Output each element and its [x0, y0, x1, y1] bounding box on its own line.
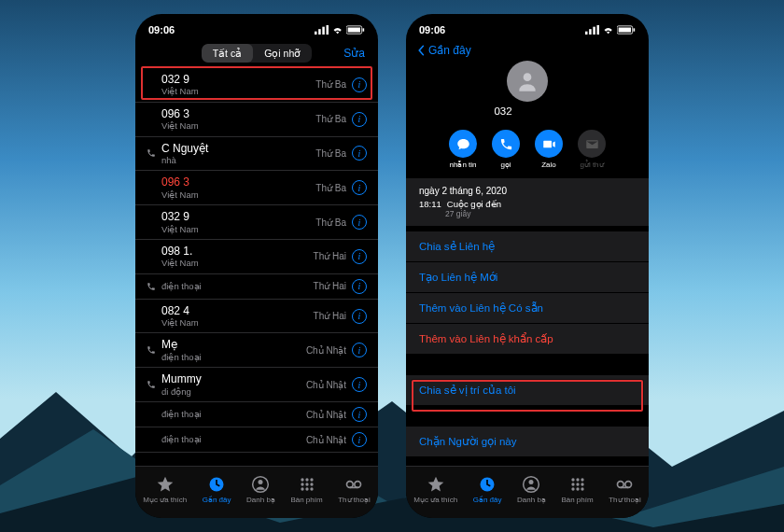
svg-point-42 — [571, 487, 574, 490]
table-row[interactable]: 096 3Việt NamThứ Bai — [135, 171, 378, 205]
table-row[interactable]: điện thoạiChủ Nhậti — [135, 402, 378, 427]
row-time: Thứ Ba — [315, 217, 346, 228]
wifi-icon — [331, 25, 343, 35]
row-title: 032 9 — [161, 210, 315, 223]
battery-icon — [346, 25, 365, 35]
svg-point-21 — [310, 487, 313, 490]
battery-icon — [617, 25, 636, 35]
recents-list[interactable]: 032 9Việt NamThứ Bai096 3Việt NamThứ Bai… — [135, 68, 378, 466]
info-button[interactable]: i — [352, 180, 367, 195]
row-sub: nhà — [161, 155, 315, 165]
svg-point-45 — [618, 482, 624, 488]
table-row[interactable]: Mẹđiện thoạiChủ Nhậti — [135, 333, 378, 368]
row-time: Chủ Nhật — [306, 435, 346, 445]
info-button[interactable]: i — [352, 77, 367, 92]
table-row[interactable]: 032 9Việt NamThứ Bai — [135, 205, 378, 240]
row-sub: Việt Nam — [161, 86, 315, 96]
svg-point-39 — [571, 483, 574, 485]
segment-missed[interactable]: Gọi nhỡ — [253, 44, 312, 63]
svg-point-43 — [576, 487, 579, 490]
row-sub: Việt Nam — [161, 189, 315, 200]
tab-favorites[interactable]: Mục ưa thích — [413, 475, 457, 504]
tab-keypad[interactable]: Bàn phím — [290, 475, 322, 504]
edit-button[interactable]: Sửa — [343, 47, 365, 60]
row-time: Thứ Hai — [314, 251, 346, 261]
row-time: Chủ Nhật — [306, 345, 346, 356]
table-row[interactable]: 082 4Việt NamThứ Haii — [135, 300, 378, 334]
incoming-icon — [145, 148, 158, 158]
svg-rect-30 — [619, 28, 631, 33]
svg-marker-0 — [0, 383, 784, 532]
table-row[interactable]: 098 1.Việt NamThứ Haii — [135, 240, 378, 274]
info-button[interactable]: i — [352, 215, 367, 230]
table-row[interactable]: C NguyệtnhàThứ Bai — [135, 137, 378, 172]
phone-icon — [499, 137, 513, 151]
svg-rect-8 — [348, 28, 360, 33]
tab-contacts[interactable]: Danh bạ — [517, 475, 546, 504]
segmented-control[interactable]: Tất cả Gọi nhỡ — [202, 44, 313, 63]
tab-keypad[interactable]: Bàn phím — [561, 475, 593, 504]
table-row[interactable]: Mummydi độngChủ Nhậti — [135, 368, 378, 402]
svg-point-23 — [355, 482, 361, 488]
row-title: C Nguyệt — [161, 142, 315, 155]
share-contact-button[interactable]: Chia sẻ Liên hệ — [406, 231, 649, 262]
tab-recents[interactable]: Gần đây — [473, 475, 502, 504]
message-button[interactable]: nhắn tin — [449, 130, 477, 169]
row-time: Thứ Ba — [315, 148, 346, 159]
tab-voicemail[interactable]: Thư thoại — [338, 475, 370, 504]
status-time: 09:06 — [148, 24, 175, 35]
segment-all[interactable]: Tất cả — [202, 44, 254, 63]
row-sub: điện thoại — [161, 434, 306, 444]
table-row[interactable]: điện thoạiChủ Nhậti — [135, 427, 378, 453]
svg-point-22 — [347, 482, 354, 488]
tab-voicemail[interactable]: Thư thoại — [609, 475, 640, 504]
row-time: Chủ Nhật — [306, 410, 346, 420]
call-button[interactable]: gọi — [492, 130, 520, 169]
info-button[interactable]: i — [352, 112, 367, 127]
info-button[interactable]: i — [352, 432, 367, 447]
svg-point-20 — [305, 487, 308, 490]
info-button[interactable]: i — [352, 377, 367, 392]
svg-point-38 — [581, 478, 583, 481]
call-history: ngày 2 tháng 6, 2020 18:11 Cuộc gọi đến … — [406, 178, 649, 226]
message-icon — [456, 137, 470, 151]
svg-point-35 — [529, 480, 534, 484]
tab-recents[interactable]: Gần đây — [203, 475, 231, 504]
phone-recents: 09:06 Tất cả Gọi nhỡ Sửa 032 9Việt NamTh… — [135, 14, 378, 518]
svg-rect-27 — [593, 27, 595, 35]
block-caller-button[interactable]: Chặn Người gọi này — [406, 427, 649, 457]
info-button[interactable]: i — [352, 146, 367, 161]
wallpaper-mountains — [0, 327, 784, 532]
svg-point-14 — [305, 478, 308, 481]
info-button[interactable]: i — [352, 249, 367, 264]
info-button[interactable]: i — [352, 407, 367, 422]
signal-icon — [585, 25, 599, 35]
svg-point-12 — [259, 480, 263, 484]
contact-number: 032 — [494, 105, 560, 117]
tab-favorites[interactable]: Mục ưa thích — [143, 475, 187, 504]
back-button[interactable]: Gần đây — [406, 40, 649, 61]
avatar — [507, 61, 548, 102]
svg-rect-25 — [585, 32, 588, 35]
chevron-left-icon — [415, 45, 427, 56]
svg-marker-2 — [0, 476, 784, 532]
call-type: Cuộc gọi đến — [447, 199, 501, 209]
video-button[interactable]: Zalo — [535, 130, 563, 169]
info-button[interactable]: i — [352, 279, 367, 294]
row-time: Chủ Nhật — [306, 380, 346, 390]
add-existing-button[interactable]: Thêm vào Liên hệ Có sẵn — [406, 293, 649, 324]
table-row[interactable]: 032 9Việt NamThứ Bai — [135, 68, 378, 103]
table-row[interactable]: điện thoạiThứ Haii — [135, 274, 378, 300]
info-button[interactable]: i — [352, 309, 367, 324]
tab-contacts[interactable]: Danh bạ — [246, 475, 275, 504]
svg-point-41 — [581, 483, 583, 485]
create-contact-button[interactable]: Tạo Liên hệ Mới — [406, 262, 649, 293]
notch — [205, 14, 308, 31]
row-title: 098 1. — [161, 245, 314, 258]
svg-point-46 — [625, 482, 632, 488]
add-emergency-button[interactable]: Thêm vào Liên hệ khẩn cấp — [406, 324, 649, 355]
share-location-button[interactable]: Chia sẻ vị trí của tôi — [406, 375, 649, 406]
info-button[interactable]: i — [352, 343, 367, 357]
row-time: Thứ Ba — [315, 79, 346, 90]
table-row[interactable]: 096 3Việt NamThứ Bai — [135, 103, 378, 137]
